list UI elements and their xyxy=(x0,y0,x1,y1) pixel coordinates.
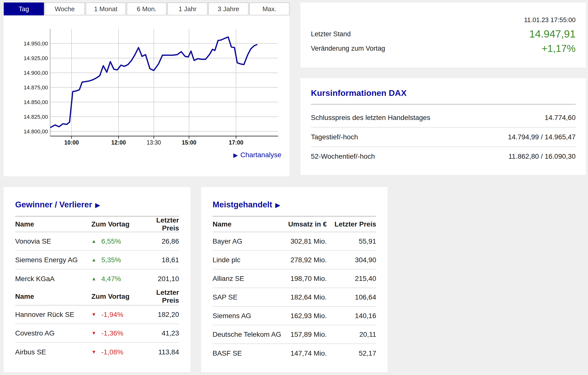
play-icon: ▶ xyxy=(95,201,100,209)
table-row: BASF SE147,74 Mio.52,17 xyxy=(213,344,376,363)
table-header-row: NameZum VortagLetzter Preis xyxy=(15,217,179,232)
turnover-value: 182,64 Mio. xyxy=(285,293,327,301)
last-price: 215,40 xyxy=(327,275,376,283)
table-row: Siemens AG162,93 Mio.140,16 xyxy=(213,307,376,325)
up-triangle-icon: ▲ xyxy=(91,257,101,263)
last-price: 113,84 xyxy=(144,348,179,356)
kursinfo-value: 14.794,99 / 14.965,47 xyxy=(508,133,576,141)
table-row: Merck KGaA▲4,47%201,10 xyxy=(15,269,179,288)
last-price: 182,20 xyxy=(144,311,179,319)
tab-1-monat[interactable]: 1 Monat xyxy=(86,2,126,15)
header-price: Letzter Preis xyxy=(327,220,376,228)
y-axis-tick: 14.900,00 xyxy=(24,70,48,76)
last-price: 52,17 xyxy=(327,349,376,357)
change-value: +1,17% xyxy=(542,43,576,54)
tab-3-jahre[interactable]: 3 Jahre xyxy=(208,2,249,15)
change-cell: ▼-1,08% xyxy=(91,348,144,356)
kursinfo-title: Kursinformationen DAX xyxy=(311,88,576,98)
change-percent: 6,55% xyxy=(101,237,121,245)
kursinfo-panel: Kursinformationen DAX Schlusspreis des l… xyxy=(300,78,586,175)
gewinner-verlierer-title: Gewinner / Verlierer xyxy=(15,200,92,209)
meistgehandelt-title-link[interactable]: Meistgehandelt▶ xyxy=(213,200,376,209)
change-cell: ▲4,47% xyxy=(91,275,144,283)
table-row: Linde plc278,92 Mio.304,90 xyxy=(213,251,376,269)
header-name: Name xyxy=(213,220,285,228)
last-price-label: Letzter Stand xyxy=(311,30,351,38)
down-triangle-icon: ▼ xyxy=(91,349,101,355)
change-label: Veränderung zum Vortag xyxy=(311,45,385,52)
instrument-name: Siemens Energy AG xyxy=(15,256,91,264)
last-price: 26,86 xyxy=(144,237,179,245)
title-rule xyxy=(311,104,576,105)
last-price-row: Letzter Stand 14.947,91 xyxy=(311,27,576,41)
last-price-value: 14.947,91 xyxy=(529,28,576,40)
x-axis-tick: 17:00 xyxy=(229,139,243,146)
header-price: Letzter Preis xyxy=(144,289,179,304)
last-price: 201,10 xyxy=(144,275,179,283)
table-header-row: NameZum VortagLetzter Preis xyxy=(15,288,179,305)
y-axis-tick: 14.850,00 xyxy=(24,99,48,105)
change-row: Veränderung zum Vortag +1,17% xyxy=(311,41,576,56)
meistgehandelt-title: Meistgehandelt xyxy=(213,200,272,209)
change-cell: ▲5,35% xyxy=(91,256,144,264)
table-row: Deutsche Telekom AG157,89 Mio.20,11 xyxy=(213,325,376,344)
header-price: Letzter Preis xyxy=(144,216,179,232)
x-axis-tick: 13:30 xyxy=(147,139,161,146)
x-axis-tick: 15:00 xyxy=(182,139,196,146)
y-axis-tick: 14.925,00 xyxy=(24,55,48,61)
tab-1-jahr[interactable]: 1 Jahr xyxy=(167,2,208,15)
table-row: Bayer AG302,81 Mio.55,91 xyxy=(213,232,376,251)
meistgehandelt-panel: Meistgehandelt▶ NameUmsatz in €Letzter P… xyxy=(201,187,388,372)
instrument-name: SAP SE xyxy=(213,293,285,301)
change-percent: 5,35% xyxy=(101,256,121,264)
instrument-name: Airbus SE xyxy=(15,348,91,356)
down-triangle-icon: ▼ xyxy=(91,312,101,317)
turnover-value: 278,92 Mio. xyxy=(285,256,327,264)
turnover-value: 302,81 Mio. xyxy=(285,237,327,245)
header-change: Zum Vortag xyxy=(91,220,144,228)
tab-6-mon[interactable]: 6 Mon. xyxy=(127,2,167,15)
quote-panel: 11.01.23 17:55:00 Letzter Stand 14.947,9… xyxy=(300,2,586,68)
turnover-value: 198,70 Mio. xyxy=(285,275,327,283)
chart-panel: 14.800,0014.825,0014.850,0014.875,0014.9… xyxy=(4,15,290,176)
last-price: 55,91 xyxy=(327,237,376,245)
time-range-tabs: TagWoche1 Monat6 Mon.1 Jahr3 JahreMax. xyxy=(4,2,290,15)
chartanalyse-link[interactable]: ▶Chartanalyse xyxy=(233,151,281,159)
change-percent: -1,94% xyxy=(101,311,123,319)
up-triangle-icon: ▲ xyxy=(91,238,101,244)
x-axis-tick: 10:00 xyxy=(64,139,79,146)
x-axis-tick: 12:00 xyxy=(111,139,126,146)
y-axis-tick: 14.950,00 xyxy=(24,40,48,47)
change-cell: ▲6,55% xyxy=(91,237,144,245)
up-triangle-icon: ▲ xyxy=(91,276,101,282)
instrument-name: Hannover Rück SE xyxy=(15,311,91,319)
last-price: 304,90 xyxy=(327,256,376,264)
quote-timestamp: 11.01.23 17:55:00 xyxy=(311,16,576,23)
last-price: 18,61 xyxy=(144,256,179,264)
header-name: Name xyxy=(15,220,91,228)
instrument-name: Bayer AG xyxy=(213,237,285,245)
instrument-name: Merck KGaA xyxy=(15,275,91,283)
chartanalyse-label: Chartanalyse xyxy=(240,151,281,159)
instrument-name: Linde plc xyxy=(213,256,285,264)
tab-tag[interactable]: Tag xyxy=(4,2,44,15)
kursinfo-value: 14.774,60 xyxy=(545,114,576,122)
table-row: Hannover Rück SE▼-1,94%182,20 xyxy=(15,305,179,324)
table-row: Covestro AG▼-1,36%41,23 xyxy=(15,324,179,343)
play-icon: ▶ xyxy=(275,201,280,209)
table-row: Vonovia SE▲6,55%26,86 xyxy=(15,232,179,251)
turnover-value: 147,74 Mio. xyxy=(285,349,327,357)
tab-max[interactable]: Max. xyxy=(249,2,290,15)
kursinfo-value: 11.862,80 / 16.090,30 xyxy=(509,152,576,160)
change-percent: -1,36% xyxy=(101,329,123,337)
table-row: SAP SE182,64 Mio.106,64 xyxy=(213,288,376,307)
header-change: Zum Vortag xyxy=(91,293,144,300)
instrument-name: Covestro AG xyxy=(15,329,91,337)
tab-woche[interactable]: Woche xyxy=(45,2,85,15)
gewinner-verlierer-title-link[interactable]: Gewinner / Verlierer▶ xyxy=(15,200,179,209)
turnover-value: 157,89 Mio. xyxy=(285,331,327,338)
table-row: Airbus SE▼-1,08%113,84 xyxy=(15,343,179,361)
instrument-name: BASF SE xyxy=(213,349,285,357)
table-row: Siemens Energy AG▲5,35%18,61 xyxy=(15,251,179,269)
kursinfo-row: Tagestief/-hoch 14.794,99 / 14.965,47 xyxy=(311,127,576,147)
